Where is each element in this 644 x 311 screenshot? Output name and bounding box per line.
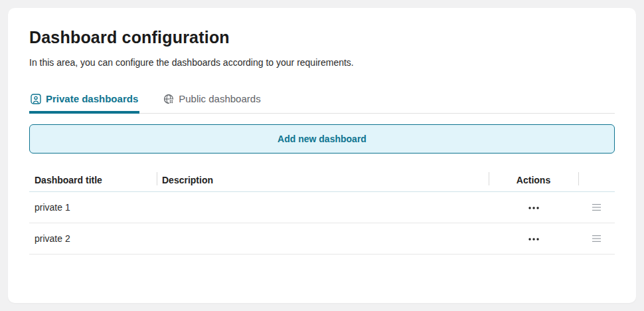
table-row: private 1: [29, 191, 615, 223]
ellipsis-icon: [528, 238, 539, 241]
column-header-actions: Actions: [489, 169, 578, 191]
column-header-drag: [578, 169, 615, 191]
column-header-description: Description: [157, 169, 489, 191]
add-new-dashboard-button[interactable]: Add new dashboard: [29, 124, 615, 154]
dashboard-title-cell: private 2: [29, 223, 157, 254]
drag-handle-icon[interactable]: [588, 200, 605, 215]
dashboard-config-card: Dashboard configuration In this area, yo…: [8, 8, 636, 303]
description-cell: [157, 223, 489, 254]
tab-private-dashboards[interactable]: Private dashboards: [29, 93, 139, 114]
tab-public-dashboards[interactable]: Public dashboards: [162, 93, 262, 114]
globe-icon: [163, 94, 174, 104]
page-subtitle: In this area, you can configure the dash…: [29, 57, 615, 68]
description-cell: [157, 191, 489, 223]
ellipsis-icon: [528, 207, 539, 209]
drag-handle-icon[interactable]: [588, 231, 605, 246]
dashboard-title-cell: private 1: [29, 191, 157, 223]
row-actions-button[interactable]: [524, 234, 543, 245]
tab-bar: Private dashboards Public dashboards: [29, 93, 615, 114]
user-badge-icon: [31, 94, 41, 104]
table-row: private 2: [29, 223, 615, 254]
table-header-row: Dashboard title Description Actions: [29, 169, 615, 191]
tab-label: Private dashboards: [46, 93, 138, 104]
page-title: Dashboard configuration: [29, 28, 615, 47]
column-header-dashboard-title: Dashboard title: [29, 169, 157, 191]
dashboards-table: Dashboard title Description Actions priv…: [29, 169, 615, 255]
row-actions-button[interactable]: [524, 203, 543, 213]
tab-label: Public dashboards: [179, 93, 260, 104]
